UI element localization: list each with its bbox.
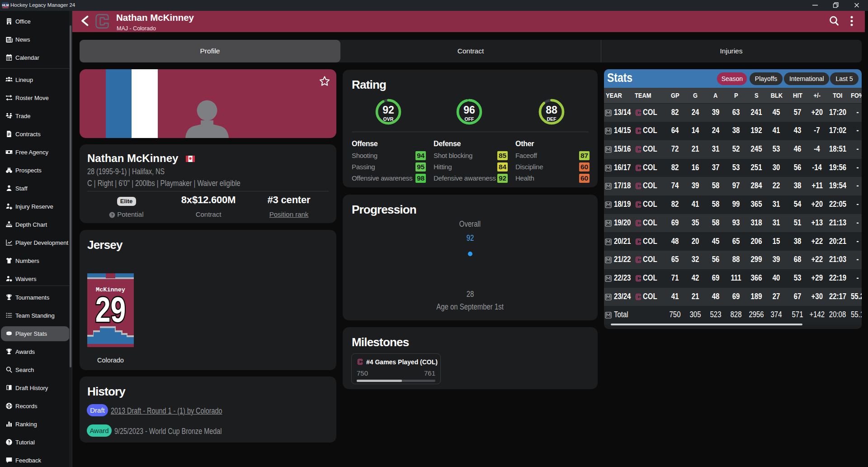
svg-text:HLM: HLM bbox=[2, 4, 9, 7]
svg-text:29: 29 bbox=[95, 290, 126, 329]
svg-text:?: ? bbox=[111, 213, 113, 217]
